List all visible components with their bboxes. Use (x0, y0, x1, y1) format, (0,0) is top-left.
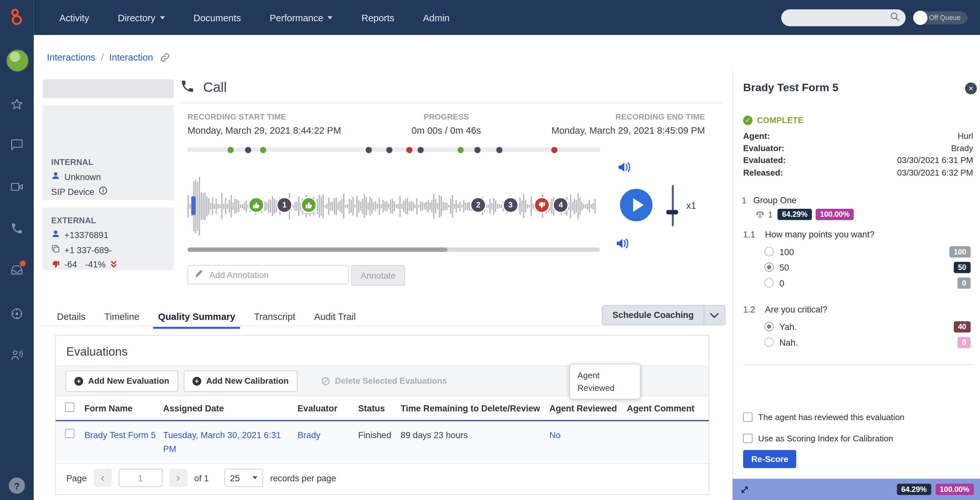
pencil-icon (194, 269, 203, 280)
event-dot-red[interactable] (406, 146, 412, 153)
thumb-up-marker-icon[interactable] (250, 198, 264, 212)
tab-timeline[interactable]: Timeline (95, 305, 149, 328)
col-status: Status (358, 396, 401, 421)
tab-audit-trail[interactable]: Audit Trail (305, 305, 365, 328)
nav-item-admin[interactable]: Admin (423, 12, 450, 23)
form-name-link[interactable]: Brady Test Form 5 (84, 430, 156, 440)
playback-speed[interactable]: x1 (686, 200, 696, 211)
records-per-page-select[interactable]: 25 (224, 469, 263, 487)
tab-quality-summary[interactable]: Quality Summary (149, 305, 245, 328)
breadcrumb: Interactions / Interaction (47, 52, 170, 62)
phone-icon[interactable] (10, 222, 24, 238)
waveform-annotation-2[interactable]: 2 (471, 198, 485, 212)
agent-reviewed-link[interactable]: No (549, 430, 560, 440)
select-all-checkbox[interactable] (65, 402, 75, 412)
add-new-calibration-button[interactable]: + Add New Calibration (184, 370, 298, 392)
radio-0[interactable] (764, 278, 774, 287)
volume-slider-track[interactable] (672, 185, 674, 226)
event-dot-purple[interactable] (245, 146, 251, 153)
score-summary-bar[interactable]: 64.29% 100.00% (733, 479, 980, 500)
progress-label: PROGRESS (412, 112, 481, 121)
play-button[interactable] (620, 189, 653, 221)
nav-item-documents[interactable]: Documents (194, 12, 241, 23)
points-badge: 0 (958, 277, 970, 288)
assigned-date-link[interactable]: Tuesday, March 30, 2021 6:31 PM (163, 430, 281, 454)
search-input[interactable] (789, 12, 889, 23)
event-dot-purple[interactable] (474, 146, 480, 153)
resize-icon[interactable] (740, 484, 749, 494)
evaluator-link[interactable]: Brady (298, 430, 320, 440)
close-icon[interactable]: × (965, 83, 977, 94)
rescore-button[interactable]: Re-Score (743, 450, 796, 468)
nav-item-directory[interactable]: Directory (118, 12, 165, 23)
breadcrumb-interaction-link[interactable]: Interaction (109, 52, 153, 62)
tabs-divider (43, 326, 724, 326)
thumb-up-marker-icon[interactable] (302, 198, 316, 212)
col-form-name: Form Name (84, 396, 163, 421)
permalink-icon[interactable] (160, 52, 170, 62)
favorites-star-icon[interactable] (10, 98, 24, 114)
annotation-field[interactable] (188, 265, 349, 285)
event-dot-purple[interactable] (365, 146, 371, 153)
radio-yah[interactable] (764, 322, 774, 331)
waveform-annotation-4[interactable]: 4 (554, 198, 568, 212)
radio-50[interactable] (764, 263, 774, 272)
agent-speaking-icon[interactable] (10, 348, 24, 365)
nav-item-activity[interactable]: Activity (59, 12, 89, 23)
volume-slider-handle[interactable] (666, 210, 678, 215)
waveform-annotation-1[interactable]: 1 (278, 198, 291, 212)
radio-nah[interactable] (764, 338, 774, 347)
video-icon[interactable] (10, 180, 24, 196)
radio-100[interactable] (764, 247, 774, 256)
speaker-bottom-icon[interactable] (616, 237, 630, 252)
annotation-input[interactable] (208, 269, 342, 280)
event-dot-purple[interactable] (417, 146, 424, 153)
breadcrumb-interactions-link[interactable]: Interactions (47, 52, 95, 62)
tab-details[interactable]: Details (47, 305, 95, 328)
global-search[interactable] (781, 9, 906, 26)
calibration-checkbox[interactable] (743, 434, 752, 443)
queue-status-toggle[interactable]: Off Queue (913, 10, 967, 25)
thumb-down-marker-icon[interactable] (535, 198, 549, 212)
event-dot-purple[interactable] (496, 146, 502, 153)
event-dot-red[interactable] (551, 146, 557, 153)
event-dot-green[interactable] (457, 146, 464, 153)
evaluations-title: Evaluations (66, 345, 709, 359)
nav-item-reports[interactable]: Reports (361, 12, 394, 23)
chat-icon[interactable] (10, 138, 24, 154)
schedule-coaching-dropdown[interactable] (704, 305, 725, 325)
user-avatar[interactable] (6, 49, 29, 72)
tab-transcript[interactable]: Transcript (245, 305, 304, 328)
copy-icon[interactable] (51, 245, 60, 255)
event-dot-strip[interactable] (188, 148, 600, 152)
seek-bar[interactable] (188, 247, 600, 252)
plus-icon: + (75, 377, 83, 385)
nav-item-performance[interactable]: Performance (270, 12, 333, 23)
event-dot-green[interactable] (228, 146, 234, 153)
chevron-down-icon (253, 476, 258, 480)
speaker-top-icon[interactable] (617, 161, 632, 176)
agent-reviewed-checkbox[interactable] (743, 412, 752, 422)
app-sidebar: ? (0, 0, 34, 500)
add-new-evaluation-button[interactable]: + Add New Evaluation (66, 370, 178, 392)
question-text: Are you critical? (765, 304, 827, 314)
page-number-input[interactable] (119, 469, 162, 487)
recording-times: RECORDING START TIME Monday, March 29, 2… (188, 112, 705, 135)
help-icon[interactable]: ? (9, 478, 25, 494)
playhead-handle[interactable] (191, 196, 196, 215)
schedule-coaching-button[interactable]: Schedule Coaching (602, 305, 704, 325)
event-dot-green[interactable] (260, 146, 266, 153)
recording-end-label: RECORDING END TIME (552, 112, 705, 121)
search-icon[interactable] (890, 11, 900, 24)
answer-option: Yah. 40 (764, 318, 970, 334)
next-page-button[interactable]: › (169, 469, 187, 487)
prev-page-button[interactable]: ‹ (94, 469, 111, 487)
inbox-notification-icon[interactable] (10, 263, 24, 279)
info-icon[interactable] (99, 186, 108, 197)
waveform-annotation-3[interactable]: 3 (504, 198, 517, 212)
group-score-badge: 64.29% (778, 209, 812, 220)
interactions-icon[interactable] (10, 307, 24, 323)
row-checkbox[interactable] (65, 429, 75, 438)
annotate-button[interactable]: Annotate (351, 265, 405, 286)
event-dot-purple[interactable] (386, 146, 392, 153)
